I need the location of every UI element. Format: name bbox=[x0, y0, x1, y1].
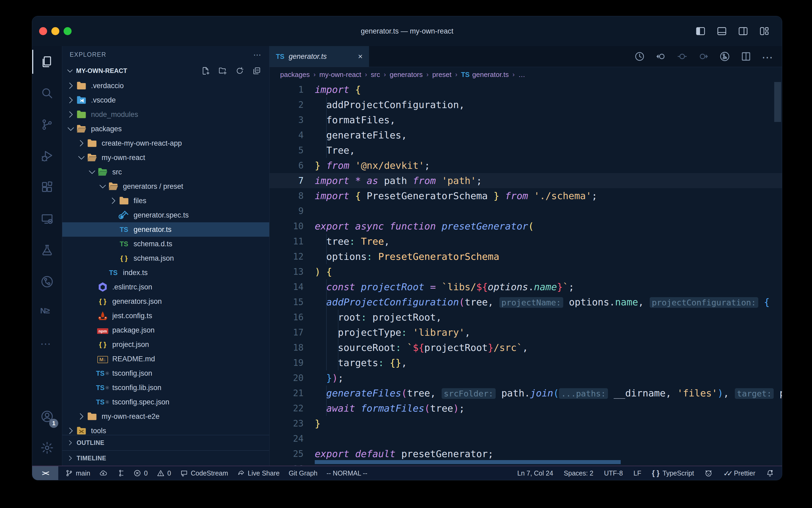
status-codestream[interactable]: CodeStream bbox=[180, 469, 228, 477]
status-github[interactable] bbox=[705, 469, 713, 477]
vertical-scrollbar[interactable] bbox=[774, 82, 781, 122]
status-language-mode[interactable]: { }TypeScript bbox=[652, 469, 694, 477]
tree-item-readme-md[interactable]: M↓README.md bbox=[62, 352, 269, 366]
tree-item-tsconfig-spec-json[interactable]: TStsconfig.spec.json bbox=[62, 395, 269, 409]
status-live-share[interactable]: Live Share bbox=[237, 469, 280, 477]
activity-item-run-debug[interactable] bbox=[32, 140, 62, 172]
tree-item-jest-config-ts[interactable]: jest.config.ts bbox=[62, 308, 269, 323]
code-line-13[interactable]: 13) { bbox=[270, 264, 782, 279]
tree-item-schema-json[interactable]: { }schema.json bbox=[62, 251, 269, 265]
open-changes-previous-icon[interactable] bbox=[655, 51, 666, 62]
code-line-2[interactable]: 2 addProjectConfiguration, bbox=[270, 97, 782, 112]
activity-item-settings[interactable] bbox=[32, 432, 62, 464]
tree-item-packages[interactable]: packages bbox=[62, 122, 269, 136]
status-git-graph[interactable]: Git Graph bbox=[289, 469, 318, 477]
tree-item-node-modules[interactable]: node_modules bbox=[62, 107, 269, 122]
tree-item-schema-d-ts[interactable]: TSschema.d.ts bbox=[62, 237, 269, 251]
status-notifications[interactable] bbox=[766, 469, 774, 477]
activity-item-search[interactable] bbox=[32, 78, 62, 109]
tree-item--vscode[interactable]: .vscode bbox=[62, 93, 269, 107]
code-line-8[interactable]: 8import { PresetGeneratorSchema } from '… bbox=[270, 188, 782, 203]
activity-item-more-views[interactable]: ⋯ bbox=[32, 329, 62, 360]
split-editor-icon[interactable] bbox=[741, 51, 752, 62]
zoom-window-button[interactable] bbox=[63, 27, 71, 35]
code-line-5[interactable]: 5 Tree, bbox=[270, 143, 782, 158]
open-changes-next-icon[interactable] bbox=[698, 51, 709, 62]
code-line-22[interactable]: 22 await formatFiles(tree); bbox=[270, 401, 782, 416]
breadcrumb-item-packages[interactable]: packages bbox=[280, 71, 310, 79]
layout-grid-icon[interactable] bbox=[759, 26, 770, 37]
tree-item-package-json[interactable]: npmpackage.json bbox=[62, 323, 269, 337]
sidebar-more-icon[interactable]: ⋯ bbox=[253, 50, 262, 59]
tree-item-files[interactable]: files bbox=[62, 194, 269, 208]
tree-item-my-own-react-e2e[interactable]: my-own-react-e2e bbox=[62, 409, 269, 424]
horizontal-scrollbar[interactable] bbox=[315, 460, 621, 464]
outline-section[interactable]: OUTLINE bbox=[62, 435, 269, 450]
tree-item-tools[interactable]: tools bbox=[62, 424, 269, 435]
breadcrumb-item-preset[interactable]: preset bbox=[432, 71, 451, 79]
code-line-9[interactable]: 9 bbox=[270, 203, 782, 219]
status-prettier[interactable]: ✓✓Prettier bbox=[723, 469, 755, 477]
tree-item-create-my-own-react-app[interactable]: create-my-own-react-app bbox=[62, 136, 269, 151]
tree-item--verdaccio[interactable]: .verdaccio bbox=[62, 79, 269, 93]
close-tab-icon[interactable]: × bbox=[358, 52, 363, 61]
status-publish[interactable] bbox=[99, 469, 107, 477]
activity-item-gitlens[interactable] bbox=[32, 266, 62, 297]
status-vim-mode[interactable]: -- NORMAL -- bbox=[327, 469, 367, 477]
breadcrumb-item-src[interactable]: src bbox=[371, 71, 380, 79]
code-line-23[interactable]: 23} bbox=[270, 416, 782, 431]
layout-sidebar-right-icon[interactable] bbox=[738, 26, 749, 37]
more-actions-icon[interactable]: ⋯ bbox=[762, 51, 773, 62]
tree-item-src[interactable]: src bbox=[62, 165, 269, 179]
code-line-18[interactable]: 18 sourceRoot: `${projectRoot}/src`, bbox=[270, 340, 782, 355]
code-line-16[interactable]: 16 root: projectRoot, bbox=[270, 310, 782, 325]
tree-item-tsconfig-json[interactable]: TStsconfig.json bbox=[62, 366, 269, 380]
breadcrumb-item-generator-ts[interactable]: TSgenerator.ts bbox=[461, 71, 509, 79]
status-encoding[interactable]: UTF-8 bbox=[604, 469, 623, 477]
breadcrumb-item-generators[interactable]: generators bbox=[389, 71, 423, 79]
status-errors[interactable]: 0 bbox=[133, 469, 148, 477]
collapse-all-icon[interactable] bbox=[252, 66, 261, 75]
tab-generator-ts[interactable]: TS generator.ts × bbox=[270, 46, 369, 67]
status-indentation[interactable]: Spaces: 2 bbox=[564, 469, 593, 477]
code-line-20[interactable]: 20 }); bbox=[270, 370, 782, 385]
code-line-6[interactable]: 6} from '@nx/devkit'; bbox=[270, 158, 782, 173]
code-line-12[interactable]: 12 options: PresetGeneratorSchema bbox=[270, 249, 782, 264]
code-line-3[interactable]: 3 formatFiles, bbox=[270, 112, 782, 128]
file-history-icon[interactable] bbox=[719, 51, 730, 62]
activity-item-explorer[interactable] bbox=[32, 46, 62, 78]
code-line-7[interactable]: 7import * as path from 'path'; bbox=[270, 173, 782, 188]
activity-item-testing[interactable] bbox=[32, 235, 62, 266]
activity-item-nx-console[interactable]: N≥ bbox=[32, 297, 62, 329]
timeline-history-icon[interactable] bbox=[634, 51, 645, 62]
status-eol[interactable]: LF bbox=[633, 469, 641, 477]
activity-item-source-control[interactable] bbox=[32, 109, 62, 140]
tree-item-project-json[interactable]: { }project.json bbox=[62, 337, 269, 352]
status-git-branch[interactable]: main bbox=[65, 469, 90, 477]
code-editor[interactable]: 1import {2 addProjectConfiguration,3 for… bbox=[270, 82, 782, 466]
code-line-17[interactable]: 17 projectType: 'library', bbox=[270, 325, 782, 340]
minimize-window-button[interactable] bbox=[51, 27, 59, 35]
tree-item-index-ts[interactable]: TSindex.ts bbox=[62, 265, 269, 280]
tree-item-tsconfig-lib-json[interactable]: TStsconfig.lib.json bbox=[62, 380, 269, 395]
remote-indicator[interactable]: >< bbox=[32, 466, 58, 480]
close-window-button[interactable] bbox=[39, 27, 47, 35]
code-line-15[interactable]: 15 addProjectConfiguration(tree, project… bbox=[270, 294, 782, 310]
code-line-11[interactable]: 11 tree: Tree, bbox=[270, 234, 782, 249]
code-line-1[interactable]: 1import { bbox=[270, 82, 782, 97]
code-line-21[interactable]: 21 generateFiles(tree, srcFolder: path.j… bbox=[270, 385, 782, 401]
tree-item-my-own-react[interactable]: my-own-react bbox=[62, 151, 269, 165]
project-section-header[interactable]: MY-OWN-REACT bbox=[62, 63, 269, 79]
status-warnings[interactable]: 0 bbox=[157, 469, 171, 477]
status-cursor-position[interactable]: Ln 7, Col 24 bbox=[517, 469, 553, 477]
breadcrumb-item--[interactable]: … bbox=[518, 71, 525, 79]
code-line-14[interactable]: 14 const projectRoot = `libs/${options.n… bbox=[270, 279, 782, 294]
open-changes-current-icon[interactable] bbox=[677, 51, 688, 62]
breadcrumb-item-my-own-react[interactable]: my-own-react bbox=[319, 71, 361, 79]
layout-panel-icon[interactable] bbox=[716, 26, 727, 37]
tree-item--eslintrc-json[interactable]: .eslintrc.json bbox=[62, 280, 269, 294]
code-line-19[interactable]: 19 targets: {}, bbox=[270, 355, 782, 370]
tree-item-generators-json[interactable]: { }generators.json bbox=[62, 294, 269, 308]
code-line-24[interactable]: 24 bbox=[270, 431, 782, 446]
tree-item-generators-preset[interactable]: generators / preset bbox=[62, 179, 269, 194]
